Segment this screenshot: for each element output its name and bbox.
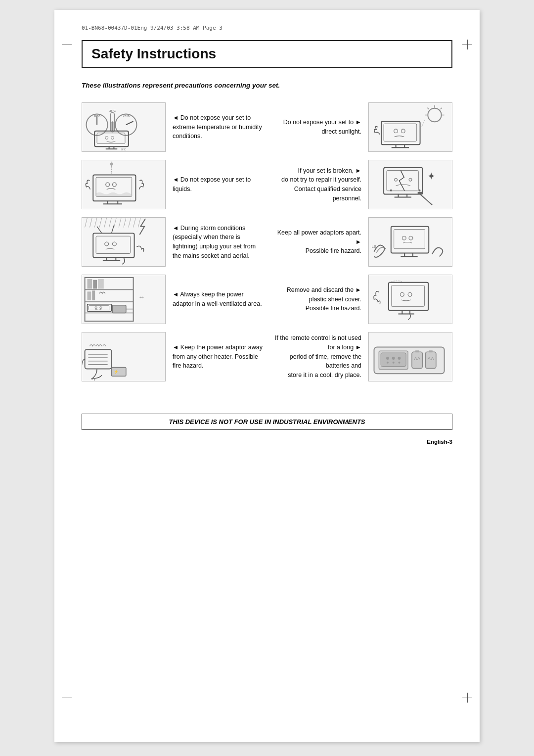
illus-tv-adaptors: LS [368,217,452,267]
subtitle: These illustrations represent precaution… [82,82,452,89]
svg-rect-124 [415,350,419,352]
instruction-row-1: 10% 35°C 75% [82,100,452,154]
instruction-text-4-right: Remove and discard the ►plastic sheet co… [267,285,368,313]
crosshair-br [462,693,472,703]
col-right-4: Remove and discard the ►plastic sheet co… [267,275,452,324]
svg-rect-5 [112,121,114,131]
col-left-1: 10% 35°C 75% [82,102,267,152]
crosshair-tl [62,40,72,49]
svg-point-135 [399,362,400,364]
col-left-3: ◄ During storm conditions (especially wh… [82,217,267,267]
svg-rect-94 [88,291,91,300]
instructions-grid: 10% 35°C 75% [82,100,452,387]
instruction-row-3: ◄ During storm conditions (especially wh… [82,215,452,269]
page-number: English-3 [82,439,452,445]
col-left-2: ◄ Do not expose your set to liquids. [82,160,267,209]
instruction-row-2: ◄ Do not expose your set to liquids. If … [82,157,452,212]
footer-wrapper: THIS DEVICE IS NOT FOR USE IN INDUSTRIAL… [82,402,452,430]
svg-rect-95 [92,290,95,300]
col-right-1: Do not expose your set to ►direct sunlig… [267,102,452,152]
col-right-3: Keep all power adaptors apart. ►Possible… [267,217,452,267]
svg-rect-55 [83,218,165,266]
svg-text:s  y: s y [91,377,95,381]
svg-text:LS: LS [372,244,377,249]
col-left-5: ⚡ s y ◄ Keep the power adaptor away from… [82,332,267,381]
svg-rect-0 [85,105,163,149]
svg-point-133 [387,362,389,364]
instruction-text-2-left: ◄ Do not expose your set to liquids. [166,175,267,194]
page: 01-BN68-00437D-01Eng 9/24/03 3:58 AM Pag… [54,10,480,742]
crosshair-bl [62,693,72,703]
illus-tv-liquids [82,160,166,209]
illus-remote-batteries: AA AA [368,332,452,381]
illus-tv-temperature: 10% 35°C 75% [82,102,166,152]
instruction-row-4: ↔ ◄ Always keep the power adaptor in a w… [82,272,452,327]
instruction-text-3-left: ◄ During storm conditions (especially wh… [166,224,267,261]
instruction-text-3-right: Keep all power adaptors apart. ►Possible… [267,228,368,256]
svg-text:↔: ↔ [138,293,145,301]
illus-tv-heater: ⚡ s y [82,332,166,381]
instruction-row-5: ⚡ s y ◄ Keep the power adaptor away from… [82,330,452,384]
svg-point-132 [398,357,401,360]
svg-rect-92 [93,280,97,289]
header-meta: 01-BN68-00437D-01Eng 9/24/03 3:58 AM Pag… [82,25,452,31]
svg-text:75%: 75% [123,114,130,118]
svg-point-130 [386,357,389,360]
instruction-text-1-right: Do not expose your set to ►direct sunlig… [267,118,368,137]
svg-rect-77 [369,218,452,266]
svg-text:AA: AA [428,356,435,361]
col-right-5: If the remote control is not used for a … [267,332,452,381]
illus-tv-sunlight [368,102,452,152]
col-left-4: ↔ ◄ Always keep the power adaptor in a w… [82,275,267,324]
svg-text:9°C: 9°C [121,148,127,151]
footer-notice: THIS DEVICE IS NOT FOR USE IN INDUSTRIAL… [82,414,452,430]
instruction-text-1-left: ◄ Do not expose your set to extreme temp… [166,113,267,141]
svg-rect-129 [381,353,406,366]
svg-point-48 [390,189,392,191]
illus-tv-broken: ✦ [368,160,452,209]
svg-text:35°C: 35°C [109,109,116,112]
instruction-text-5-right: If the remote control is not used for a … [267,333,368,380]
svg-text:⚡: ⚡ [114,369,119,374]
svg-rect-93 [98,279,104,289]
page-title: Safety Instructions [91,46,443,62]
instruction-text-4-left: ◄ Always keep the power adaptor in a wel… [166,290,267,309]
svg-rect-47 [418,192,423,194]
svg-rect-91 [88,279,92,289]
svg-point-131 [392,357,395,360]
illus-tv-storm [82,217,166,267]
svg-point-134 [393,362,395,364]
instruction-text-2-right: If your set is broken, ►do not try to re… [267,166,368,203]
svg-text:AA: AA [414,356,421,361]
col-right-2: If your set is broken, ►do not try to re… [267,160,452,209]
illus-tv-plastic-cover [368,275,452,324]
illus-tv-ventilation-shelf: ↔ [82,275,166,324]
title-box: Safety Instructions [82,40,452,68]
svg-point-49 [419,189,421,191]
svg-rect-100 [112,305,126,313]
svg-text:✦: ✦ [427,171,436,182]
svg-rect-127 [429,350,433,352]
crosshair-tr [462,40,472,49]
instruction-text-5-left: ◄ Keep the power adaptor away from any o… [166,343,267,371]
